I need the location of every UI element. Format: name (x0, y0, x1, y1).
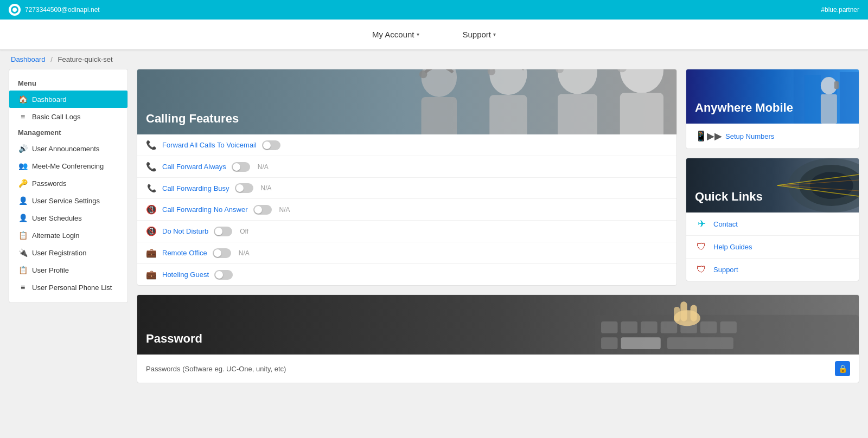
setup-numbers-icon: 📱▶▶ (695, 130, 722, 142)
sidebar-management-title: Management (9, 125, 127, 140)
sidebar-meet-me-label: Meet-Me Conferencing (32, 162, 104, 170)
setup-numbers-link[interactable]: Setup Numbers (725, 132, 774, 140)
sidebar-dashboard-label: Dashboard (32, 95, 67, 104)
svg-rect-13 (805, 75, 821, 124)
anywhere-mobile-panel: Anywhere Mobile 📱▶▶ Setup Numbers (686, 69, 859, 149)
quick-links-header: Quick Links (686, 158, 859, 212)
help-guides-link[interactable]: Help Guides (713, 243, 752, 251)
contact-link[interactable]: Contact (713, 220, 738, 228)
support-link[interactable]: Support (713, 266, 738, 274)
sidebar-item-meet-me-conferencing[interactable]: 👥 Meet-Me Conferencing (9, 157, 127, 175)
svg-rect-32 (700, 321, 716, 333)
sidebar-user-announcements-label: User Announcements (32, 145, 99, 153)
setup-numbers-row[interactable]: 📱▶▶ Setup Numbers (686, 124, 859, 149)
password-row: Passwords (Software eg. UC-One, unity, e… (137, 355, 859, 383)
svg-rect-10 (620, 93, 663, 134)
registration-icon: 🔌 (18, 248, 28, 257)
svg-rect-30 (660, 321, 676, 333)
call-forward-always-toggle[interactable] (232, 162, 250, 172)
do-not-disturb-icon: 📵 (146, 226, 157, 236)
svg-rect-36 (667, 337, 733, 349)
sidebar-item-user-schedules[interactable]: 👤 User Schedules (9, 209, 127, 227)
alternate-login-icon: 📋 (18, 231, 28, 240)
sidebar-user-service-settings-label: User Service Settings (32, 197, 100, 205)
sidebar-user-schedules-label: User Schedules (32, 214, 82, 222)
do-not-disturb-toggle[interactable] (214, 227, 232, 236)
support-icon: 🛡 (695, 264, 708, 275)
password-panel: Password Passwords (Software eg. UC-One,… (137, 294, 859, 383)
call-forwarding-no-answer-toggle[interactable] (253, 205, 272, 215)
svg-rect-1 (422, 97, 457, 134)
do-not-disturb-status: Off (240, 228, 248, 235)
sidebar-item-basic-call-logs[interactable]: ≡ Basic Call Logs (9, 108, 127, 125)
call-forward-always-status: N/A (258, 163, 269, 171)
key-icon: 🔑 (18, 179, 28, 188)
forward-all-calls-toggle[interactable] (262, 140, 280, 150)
sidebar-basic-call-logs-label: Basic Call Logs (32, 113, 81, 121)
call-forwarding-busy-link[interactable]: Call Forwarding Busy (162, 184, 229, 192)
conference-icon: 👥 (18, 162, 28, 170)
call-forwarding-busy-toggle[interactable] (235, 183, 253, 193)
nav-support-chevron: ▾ (493, 31, 496, 37)
hoteling-guest-toggle[interactable] (214, 270, 233, 280)
feature-row-call-forwarding-busy: 📞 Call Forwarding Busy N/A (137, 178, 676, 199)
topbar-user-info: 7273344500@odinapi.net (25, 6, 100, 14)
call-forward-always-link[interactable]: Call Forward Always (162, 163, 226, 171)
sidebar-item-passwords[interactable]: 🔑 Passwords (9, 175, 127, 192)
anywhere-mobile-title: Anywhere Mobile (695, 101, 793, 115)
svg-rect-7 (558, 94, 597, 134)
calling-features-header: Calling Features (137, 69, 676, 134)
nav-support[interactable]: Support ▾ (463, 30, 496, 39)
svg-rect-29 (641, 321, 657, 333)
svg-rect-39 (690, 305, 697, 321)
svg-rect-18 (834, 81, 839, 89)
main-layout: Menu 🏠 Dashboard ≡ Basic Call Logs Manag… (0, 69, 868, 392)
sidebar-alternate-login-label: Alternate Login (32, 231, 79, 240)
feature-row-call-forward-always: 📞 Call Forward Always N/A (137, 156, 676, 178)
remote-office-link[interactable]: Remote Office (162, 249, 207, 257)
remote-office-toggle[interactable] (213, 248, 231, 258)
calling-features-title: Calling Features (146, 112, 239, 126)
nav-my-account[interactable]: My Account ▾ (372, 30, 419, 39)
password-lock-button[interactable]: 🔒 (835, 361, 850, 376)
call-forwarding-no-answer-link[interactable]: Call Forwarding No Answer (162, 205, 248, 214)
breadcrumb-current: Feature-quick-set (58, 55, 112, 63)
right-panel: Anywhere Mobile 📱▶▶ Setup Numbers (686, 69, 859, 286)
sidebar-item-user-registration[interactable]: 🔌 User Registration (9, 244, 127, 261)
quicklink-row-support[interactable]: 🛡 Support (686, 259, 859, 281)
sidebar-item-user-service-settings[interactable]: 👤 User Service Settings (9, 192, 127, 209)
panels-row: Calling Features 📞 Forward All Calls To … (137, 69, 859, 286)
svg-rect-40 (674, 307, 680, 321)
svg-rect-38 (680, 301, 687, 321)
breadcrumb-home[interactable]: Dashboard (11, 55, 46, 63)
sidebar-item-user-personal-phone-list[interactable]: ≡ User Personal Phone List (9, 279, 127, 296)
do-not-disturb-link[interactable]: Do Not Disturb (162, 227, 208, 235)
breadcrumb: Dashboard / Feature-quick-set (0, 50, 868, 69)
nav-support-label: Support (463, 30, 492, 39)
feature-row-do-not-disturb: 📵 Do Not Disturb Off (137, 221, 676, 242)
svg-rect-34 (601, 337, 617, 349)
sidebar-item-dashboard[interactable]: 🏠 Dashboard (9, 91, 127, 108)
svg-rect-28 (621, 321, 637, 333)
feature-row-forward-all-calls: 📞 Forward All Calls To Voicemail (137, 134, 676, 156)
quick-links-panel: Quick Links ✈ Contact 🛡 Help Guides 🛡 Su… (686, 158, 859, 281)
quicklink-row-contact[interactable]: ✈ Contact (686, 212, 859, 236)
sidebar-item-alternate-login[interactable]: 📋 Alternate Login (9, 227, 127, 244)
svg-rect-33 (720, 321, 736, 333)
quicklink-row-help-guides[interactable]: 🛡 Help Guides (686, 236, 859, 259)
sidebar-item-user-announcements[interactable]: 🔊 User Announcements (9, 140, 127, 157)
svg-point-9 (620, 69, 663, 93)
quick-links-title: Quick Links (695, 190, 763, 204)
topbar-right-text: #blue.partner (821, 6, 859, 14)
sidebar-user-registration-label: User Registration (32, 249, 86, 257)
password-title: Password (146, 332, 202, 346)
nav-my-account-label: My Account (372, 30, 414, 39)
forward-all-calls-link[interactable]: Forward All Calls To Voicemail (162, 141, 257, 149)
feature-row-call-forwarding-no-answer: 📵 Call Forwarding No Answer N/A (137, 199, 676, 221)
svg-rect-4 (490, 95, 527, 134)
call-forwarding-no-answer-icon: 📵 (146, 204, 157, 215)
sidebar-item-user-profile[interactable]: 📋 User Profile (9, 261, 127, 279)
help-guides-icon: 🛡 (695, 241, 708, 253)
contact-icon: ✈ (695, 218, 708, 230)
hoteling-guest-link[interactable]: Hoteling Guest (162, 270, 209, 279)
